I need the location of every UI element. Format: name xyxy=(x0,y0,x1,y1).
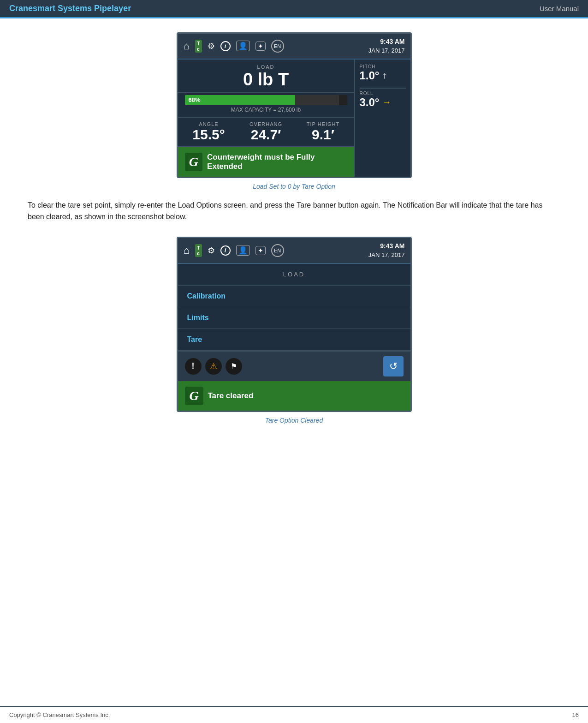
load-label: LOAD xyxy=(185,64,347,70)
pitch-value: 1.0° ↑ xyxy=(360,69,406,82)
progress-fill xyxy=(185,95,295,105)
screen2-info-icon[interactable]: i xyxy=(220,245,231,256)
overhang-value: 24.7′ xyxy=(238,127,295,143)
angle-value: 15.5° xyxy=(180,127,238,143)
tip-height-value: 9.1′ xyxy=(295,127,352,143)
lang-icon[interactable]: EN xyxy=(271,40,284,53)
screen1-topbar: ⌂ Tc ⚙ i 👤 ✦ EN 9:43 AM JAN 17, 2017 xyxy=(178,34,410,60)
max-capacity: MAX CAPACITY = 27,600 lb xyxy=(185,105,347,114)
progress-block xyxy=(339,95,347,105)
home-icon[interactable]: ⌂ xyxy=(184,40,190,52)
page-content: ⌂ Tc ⚙ i 👤 ✦ EN 9:43 AM JAN 17, 2017 LOA… xyxy=(0,18,588,447)
screen2-notification-text: Tare cleared xyxy=(208,391,254,400)
tare-menu-item[interactable]: Tare xyxy=(178,329,410,351)
screen2-lang-icon[interactable]: EN xyxy=(271,244,284,257)
date-display: JAN 17, 2017 xyxy=(368,47,405,55)
copyright-text: Copyright © Cranesmart Systems Inc. xyxy=(9,711,110,718)
screen2-bottom-bar: ! ⚠ ⚑ ↺ xyxy=(178,351,410,381)
screen2-tare-c-icon: Tc xyxy=(195,244,202,257)
roll-arrow-icon: → xyxy=(382,97,391,108)
roll-label: ROLL xyxy=(360,91,406,96)
back-button[interactable]: ↺ xyxy=(383,356,404,376)
tip-height-metric: TIP HEIGHT 9.1′ xyxy=(295,121,352,143)
screen2-caption: Tare Option Cleared xyxy=(28,417,560,424)
topbar-icons: ⌂ Tc ⚙ i 👤 ✦ EN xyxy=(184,40,284,53)
topbar-time: 9:43 AM JAN 17, 2017 xyxy=(368,37,405,55)
bottom-icons: ! ⚠ ⚑ xyxy=(185,358,242,375)
pitch-label: PITCH xyxy=(360,64,406,69)
metrics-section: ANGLE 15.5° OVERHANG 24.7′ TIP HEIGHT 9.… xyxy=(178,118,354,147)
info-icon[interactable]: i xyxy=(220,41,231,51)
screen2-person-icon[interactable]: 👤 xyxy=(236,245,250,256)
screen1-side: PITCH 1.0° ↑ ROLL 3.0° → xyxy=(355,60,410,177)
brightness-icon[interactable]: ✦ xyxy=(255,42,266,51)
page-number: 16 xyxy=(572,711,579,718)
angle-label: ANGLE xyxy=(180,121,238,127)
notification-text: Counterweight must be Fully Extended xyxy=(207,153,347,171)
screen2-topbar-time: 9:43 AM JAN 17, 2017 xyxy=(368,242,405,259)
pitch-arrow-icon: ↑ xyxy=(382,70,386,81)
calibration-menu-item[interactable]: Calibration xyxy=(178,286,410,307)
roll-item: ROLL 3.0° → xyxy=(360,91,406,109)
load-value: 0 lb T xyxy=(185,70,347,90)
screen2-topbar-icons: ⌂ Tc ⚙ i 👤 ✦ EN xyxy=(184,244,284,257)
body-text: To clear the tare set point, simply re-e… xyxy=(28,199,560,223)
exclamation-circle-icon[interactable]: ! xyxy=(185,358,202,375)
screen2-notification: G Tare cleared xyxy=(178,381,410,411)
overhang-label: OVERHANG xyxy=(238,121,295,127)
screen2-device: ⌂ Tc ⚙ i 👤 ✦ EN 9:43 AM JAN 17, 2017 LOA… xyxy=(177,237,412,412)
progress-section: 68% MAX CAPACITY = 27,600 lb xyxy=(178,93,354,118)
tip-height-label: TIP HEIGHT xyxy=(295,121,352,127)
app-title: Cranesmart Systems Pipelayer xyxy=(9,4,131,13)
time-display: 9:43 AM xyxy=(368,37,405,47)
screen2-g-logo-icon: G xyxy=(185,387,203,405)
load-section: LOAD 0 lb T xyxy=(178,60,354,93)
screen2-gear-icon[interactable]: ⚙ xyxy=(208,245,215,256)
pitch-item: PITCH 1.0° ↑ xyxy=(360,64,406,82)
screen2-topbar: ⌂ Tc ⚙ i 👤 ✦ EN 9:43 AM JAN 17, 2017 xyxy=(178,238,410,264)
warning-triangle-icon[interactable]: ⚠ xyxy=(205,358,222,375)
gear-icon[interactable]: ⚙ xyxy=(208,41,215,51)
g-logo-icon: G xyxy=(185,153,203,171)
screen2-home-icon[interactable]: ⌂ xyxy=(184,245,190,257)
flag-icon[interactable]: ⚑ xyxy=(226,358,242,375)
screen1-caption: Load Set to 0 by Tare Option xyxy=(28,183,560,190)
screen1-main: LOAD 0 lb T 68% MAX CAPACITY = 27,600 lb xyxy=(178,60,355,177)
progress-text: 68% xyxy=(189,96,201,103)
progress-bar: 68% xyxy=(185,95,347,105)
footer: Copyright © Cranesmart Systems Inc. 16 xyxy=(0,706,588,723)
person-icon[interactable]: 👤 xyxy=(236,41,250,51)
angle-metric: ANGLE 15.5° xyxy=(180,121,238,143)
screen2-date-display: JAN 17, 2017 xyxy=(368,251,405,259)
overhang-metric: OVERHANG 24.7′ xyxy=(238,121,295,143)
screen1-notification: G Counterweight must be Fully Extended xyxy=(178,147,354,177)
limits-menu-item[interactable]: Limits xyxy=(178,307,410,329)
screen1-device: ⌂ Tc ⚙ i 👤 ✦ EN 9:43 AM JAN 17, 2017 LOA… xyxy=(177,32,412,178)
header-bar: Cranesmart Systems Pipelayer User Manual xyxy=(0,0,588,18)
screen2-body: LOAD Calibration Limits Tare ! ⚠ ⚑ ↺ G T… xyxy=(178,264,410,411)
manual-label: User Manual xyxy=(540,5,579,12)
tare-c-icon: Tc xyxy=(195,40,202,53)
roll-value: 3.0° → xyxy=(360,96,406,109)
screen2-load-header: LOAD xyxy=(178,264,410,286)
screen2-brightness-icon[interactable]: ✦ xyxy=(255,246,266,255)
screen2-time-display: 9:43 AM xyxy=(368,242,405,251)
screen1-body: LOAD 0 lb T 68% MAX CAPACITY = 27,600 lb xyxy=(178,60,410,177)
